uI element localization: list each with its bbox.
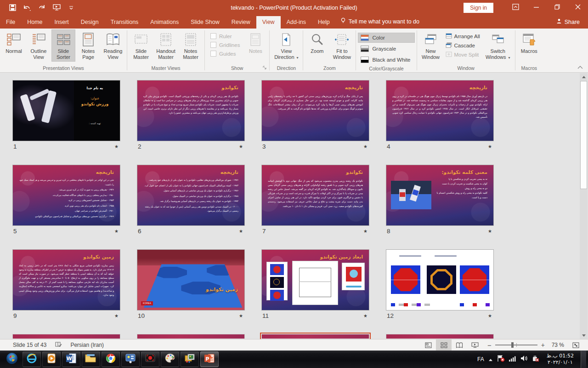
zoom-out-button[interactable]: − (487, 341, 492, 349)
zoom-in-button[interactable]: + (541, 341, 545, 349)
show-dialog-launcher[interactable] (261, 64, 268, 71)
slide-thumbnail[interactable]: تاریخچه۱۹۷۶ - شورای بین‌المللی ورزش‌های … (137, 165, 245, 226)
action-center-flag-icon[interactable] (497, 355, 505, 364)
minimize-button[interactable] (526, 0, 547, 15)
slide-thumbnail[interactable]: زمین تکواندوزمین مبارزه تکواندو فضایی مر… (12, 249, 120, 310)
slide-thumbnail[interactable]: زمین تکواندوKOREA (137, 249, 245, 310)
slide-sorter-pane[interactable]: به نام خداعنوان:ورزش تکواندوتهیه کننده :… (0, 73, 588, 339)
slide-thumbnail[interactable] (137, 334, 245, 339)
view-direction-button[interactable]: View Direction ▾ (271, 29, 301, 62)
tab-add-ins[interactable]: Add-ins (281, 16, 312, 29)
volume-icon[interactable] (520, 355, 528, 363)
zoom-slider-thumb[interactable] (511, 342, 514, 348)
slide-thumbnail[interactable]: معنی کلمه تکواندو:ته به معنی تخریب کردن … (386, 165, 494, 226)
vertical-scrollbar[interactable] (580, 73, 588, 339)
slide-thumbnail[interactable] (386, 249, 494, 310)
reading-view-button[interactable]: Reading View (101, 29, 125, 62)
restore-button[interactable] (547, 0, 567, 15)
fit-to-window-button[interactable]: Fit to Window (330, 29, 354, 62)
tab-home[interactable]: Home (21, 16, 48, 29)
tab-animations[interactable]: Animations (144, 16, 185, 29)
slide-thumbnail[interactable] (261, 334, 369, 339)
tab-design[interactable]: Design (75, 16, 105, 29)
powerpoint-button[interactable]: P (200, 351, 219, 367)
ruler-checkbox[interactable]: Ruler (210, 33, 240, 39)
tab-insert[interactable]: Insert (49, 16, 75, 29)
media-player-button[interactable] (42, 351, 61, 367)
slide-sorter-button[interactable]: Slide Sorter (51, 29, 75, 62)
hidden-icons-arrow[interactable] (488, 355, 493, 363)
scroll-up-arrow[interactable] (580, 73, 587, 80)
spellcheck-icon[interactable] (55, 341, 62, 349)
tab-review[interactable]: Review (226, 16, 256, 29)
reading-view-shortcut[interactable] (452, 339, 467, 351)
scroll-down-arrow[interactable] (580, 332, 587, 339)
internet-explorer-button[interactable] (23, 351, 41, 367)
start-from-beginning-button[interactable] (51, 2, 62, 13)
language-indicator[interactable]: Persian (Iran) (70, 342, 104, 348)
normal-view-button[interactable]: Normal (2, 29, 26, 56)
sign-in-button[interactable]: Sign in (464, 3, 493, 13)
customize-qat-button[interactable] (65, 2, 77, 13)
save-button[interactable] (6, 2, 18, 13)
taskbar-clock[interactable]: 01:52 ب.ظ ۲۰۲۲/۰۱/۰۱ (547, 353, 574, 366)
slide-thumbnail[interactable]: تاریخچهپس از پایان جنگ و آزادی کره، ورزش… (261, 80, 369, 141)
new-window-button[interactable]: New Window (419, 29, 443, 62)
network-signal-icon[interactable] (509, 355, 516, 363)
scrollbar-thumb[interactable] (580, 81, 587, 189)
notes-button[interactable]: Notes (243, 29, 267, 56)
notes-page-button[interactable]: Notes Page (76, 29, 100, 62)
redo-button[interactable] (36, 2, 48, 13)
slide-thumbnail[interactable]: تکواندوتکواندو یک رشته رزمی مدرن محسوب م… (261, 165, 369, 226)
chrome-button[interactable] (102, 351, 120, 367)
start-button[interactable] (3, 351, 21, 367)
zoom-percentage[interactable]: 73 % (548, 342, 564, 348)
tab-slide-show[interactable]: Slide Show (185, 16, 226, 29)
tab-transitions[interactable]: Transitions (105, 16, 145, 29)
slide-thumbnail[interactable]: تاریخچهحتی در این اواخر نیز تکواندو با ن… (12, 165, 120, 226)
slide-thumbnail[interactable]: به نام خداعنوان:ورزش تکواندوتهیه کننده : (12, 80, 120, 141)
slide-thumbnail[interactable]: تکواندوتکواندو یک هنر رزمی کره‌ای و یکی … (137, 80, 245, 141)
outline-view-button[interactable]: Outline View (27, 29, 51, 62)
word-button[interactable]: W (62, 351, 80, 367)
guides-checkbox[interactable]: Guides (210, 51, 240, 57)
slide-master-button[interactable]: Slide Master (129, 29, 153, 62)
black-and-white-button[interactable]: Black and White (358, 55, 414, 65)
switch-windows-button[interactable]: Switch Windows ▾ (483, 29, 513, 62)
paint-button[interactable] (161, 351, 179, 367)
move-split-button[interactable]: Move Split (444, 51, 482, 58)
handout-master-button[interactable]: Handout Master (154, 29, 178, 62)
gridlines-checkbox[interactable]: Gridlines (210, 42, 240, 48)
file-explorer-button[interactable] (82, 351, 100, 367)
show-desktop-button[interactable] (581, 351, 586, 368)
slide-thumbnail[interactable] (386, 334, 494, 339)
slide-show-shortcut[interactable] (467, 339, 483, 351)
close-button[interactable] (567, 0, 588, 15)
fit-slide-to-window-button[interactable] (568, 339, 583, 351)
display-settings-button[interactable] (121, 351, 140, 367)
slide-sorter-shortcut[interactable] (436, 339, 452, 351)
power-plug-icon[interactable] (532, 355, 540, 364)
language-bar[interactable]: FA (477, 356, 484, 362)
tab-view[interactable]: View (256, 16, 281, 29)
tab-help[interactable]: Help (312, 16, 336, 29)
slide-thumbnail[interactable]: تاریخچهدر یازدهم آوریل سال ۱۹۵۵ نام تکوا… (386, 80, 494, 141)
ribbon-display-options-button[interactable] (505, 0, 526, 15)
normal-view-shortcut[interactable] (420, 339, 436, 351)
tab-file[interactable]: File (0, 16, 21, 29)
macros-button[interactable]: Macros (517, 29, 541, 56)
slide-thumbnail[interactable]: ابعاد زمین تکواندو (261, 249, 369, 310)
share-button[interactable]: Share (548, 16, 588, 29)
zoom-button[interactable]: Zoom (305, 29, 329, 56)
notes-master-button[interactable]: Notes Master (179, 29, 203, 62)
zoom-slider[interactable] (495, 345, 537, 345)
tell-me-box[interactable]: Tell me what you want to do (336, 15, 424, 29)
arrange-all-button[interactable]: Arrange All (444, 33, 482, 40)
grayscale-button[interactable]: Grayscale (358, 44, 414, 54)
undo-button[interactable] (21, 2, 33, 13)
screen-recorder-button[interactable] (141, 351, 159, 367)
color-button[interactable]: Color (358, 33, 414, 43)
slide-counter[interactable]: Slide 15 of 43 (13, 342, 46, 348)
photo-viewer-button[interactable] (181, 351, 199, 367)
slide-thumbnail[interactable] (12, 334, 120, 339)
